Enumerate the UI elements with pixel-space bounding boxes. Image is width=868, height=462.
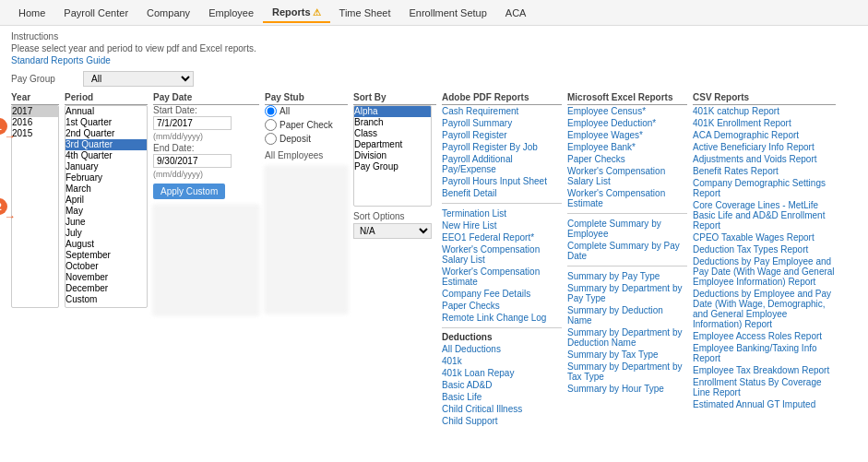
adobe-report-child-critical[interactable]: Child Critical Illness <box>442 403 562 415</box>
csv-report-401k-catchup[interactable]: 401K catchup Report <box>693 105 836 117</box>
excel-report-employee-bank[interactable]: Employee Bank* <box>567 141 687 153</box>
csv-report-company-demographic[interactable]: Company Demographic Settings Report <box>693 177 836 199</box>
instructions-text: Please select year and period to view pd… <box>11 43 857 53</box>
excel-column: Microsoft Excel Reports Employee Census*… <box>567 92 687 427</box>
adobe-report-eeo1[interactable]: EEO1 Federal Report* <box>442 231 562 243</box>
excel-report-wc-estimate[interactable]: Worker's Compensation Estimate <box>567 187 687 209</box>
excel-report-complete-summary-paydate[interactable]: Complete Summary by Pay Date <box>567 240 687 262</box>
annotation-arrow-1: → <box>4 129 16 143</box>
csv-report-employee-access-roles[interactable]: Employee Access Roles Report <box>693 330 836 342</box>
adobe-report-wc-estimate[interactable]: Worker's Compensation Estimate <box>442 266 562 288</box>
nav-reports[interactable]: Reports⚠ <box>263 3 330 23</box>
period-listbox[interactable]: Annual 1st Quarter 2nd Quarter 3rd Quart… <box>65 105 148 308</box>
excel-report-summary-dept-pay-type[interactable]: Summary by Department by Pay Type <box>567 282 687 304</box>
paystub-paper-radio[interactable] <box>265 119 277 131</box>
csv-report-employee-banking-taxing[interactable]: Employee Banking/Taxing Info Report <box>693 342 836 364</box>
nav-company[interactable]: Company <box>137 4 199 22</box>
all-employees-label: All Employees <box>265 150 348 160</box>
page-content: Instructions Please select year and peri… <box>0 26 868 432</box>
excel-report-summary-pay-type[interactable]: Summary by Pay Type <box>567 270 687 282</box>
nav-employee[interactable]: Employee <box>199 4 263 22</box>
csv-report-401k-enrollment[interactable]: 401K Enrollment Report <box>693 117 836 129</box>
paystub-paper-check: Paper Check <box>265 119 348 131</box>
pay-group-select[interactable]: All <box>83 71 194 87</box>
paydate-header: Pay Date <box>153 92 259 105</box>
standard-reports-guide-link[interactable]: Standard Reports Guide <box>11 55 857 65</box>
paystub-deposit-radio[interactable] <box>265 133 277 145</box>
excel-report-wc-salary[interactable]: Worker's Compensation Salary List <box>567 165 687 187</box>
adobe-report-cash-requirement[interactable]: Cash Requirement <box>442 105 562 117</box>
excel-report-paper-checks[interactable]: Paper Checks <box>567 153 687 165</box>
csv-report-core-coverage[interactable]: Core Coverage Lines - MetLife Basic Life… <box>693 199 836 231</box>
excel-report-summary-dept-tax-type[interactable]: Summary by Department by Tax Type <box>567 361 687 383</box>
pay-group-row: Pay Group All <box>11 71 857 87</box>
adobe-reports-list: Cash Requirement Payroll Summary Payroll… <box>442 105 562 427</box>
csv-report-benefit-rates[interactable]: Benefit Rates Report <box>693 165 836 177</box>
csv-report-estimated-annual-gt[interactable]: Estimated Annual GT Imputed <box>693 398 836 410</box>
adobe-header: Adobe PDF Reports <box>442 92 562 105</box>
nav-timesheet[interactable]: Time Sheet <box>330 4 400 22</box>
adobe-report-401k-loan[interactable]: 401k Loan Repay <box>442 367 562 379</box>
sortby-header: Sort By <box>353 92 436 105</box>
adobe-report-all-deductions[interactable]: All Deductions <box>442 343 562 355</box>
csv-report-adjustments-voids[interactable]: Adjustments and Voids Report <box>693 153 836 165</box>
apply-custom-button[interactable]: Apply Custom <box>153 184 225 199</box>
excel-reports-list: Employee Census* Employee Deduction* Emp… <box>567 105 687 395</box>
adobe-report-remote-link[interactable]: Remote Link Change Log <box>442 312 562 324</box>
csv-report-cpeo-taxable[interactable]: CPEO Taxable Wages Report <box>693 231 836 243</box>
csv-report-aca-demographic[interactable]: ACA Demographic Report <box>693 129 836 141</box>
csv-report-active-beneficiary[interactable]: Active Beneficiary Info Report <box>693 141 836 153</box>
csv-report-deduction-tax-types[interactable]: Deduction Tax Types Report <box>693 243 836 255</box>
excel-report-employee-deduction[interactable]: Employee Deduction* <box>567 117 687 129</box>
nav-aca[interactable]: ACA <box>496 4 536 22</box>
adobe-report-basic-add[interactable]: Basic AD&D <box>442 379 562 391</box>
adobe-report-company-fee[interactable]: Company Fee Details <box>442 288 562 300</box>
csv-column: CSV Reports 401K catchup Report 401K Enr… <box>693 92 836 427</box>
main-area: 1 → 2 → Year 2017 2016 2015 Period <box>11 92 857 427</box>
adobe-report-payroll-register[interactable]: Payroll Register <box>442 129 562 141</box>
end-date-input[interactable] <box>153 154 232 168</box>
csv-report-deductions-by-employee[interactable]: Deductions by Employee and Pay Date (Wit… <box>693 288 836 330</box>
alert-icon: ⚠ <box>313 7 321 18</box>
excel-report-complete-summary-employee[interactable]: Complete Summary by Employee <box>567 218 687 240</box>
adobe-report-termination-list[interactable]: Termination List <box>442 207 562 219</box>
excel-report-summary-deduction-name[interactable]: Summary by Deduction Name <box>567 304 687 326</box>
start-date-hint: (mm/dd/yyyy) <box>153 132 259 141</box>
start-date-input[interactable] <box>153 116 232 130</box>
adobe-report-wc-salary-list[interactable]: Worker's Compensation Salary List <box>442 243 562 266</box>
instructions-label: Instructions <box>11 31 857 41</box>
adobe-report-401k[interactable]: 401k <box>442 355 562 367</box>
paydate-column: Pay Date Start Date: (mm/dd/yyyy) End Da… <box>153 92 259 427</box>
csv-report-enrollment-status[interactable]: Enrollment Status By Coverage Line Repor… <box>693 376 836 398</box>
csv-report-deductions-by-pay-employee[interactable]: Deductions by Pay Employee and Pay Date … <box>693 255 836 288</box>
adobe-report-new-hire-list[interactable]: New Hire List <box>442 219 562 231</box>
nav-home[interactable]: Home <box>9 4 54 22</box>
adobe-report-payroll-summary[interactable]: Payroll Summary <box>442 117 562 129</box>
adobe-report-benefit-detail[interactable]: Benefit Detail <box>442 187 562 199</box>
adobe-report-additional-pay[interactable]: Payroll Additional Pay/Expense <box>442 153 562 175</box>
csv-report-employee-tax-breakdown[interactable]: Employee Tax Breakdown Report <box>693 364 836 376</box>
paystub-header: Pay Stub <box>265 92 348 105</box>
adobe-report-payroll-register-job[interactable]: Payroll Register By Job <box>442 141 562 153</box>
excel-report-summary-tax-type[interactable]: Summary by Tax Type <box>567 349 687 361</box>
adobe-report-child-support[interactable]: Child Support <box>442 415 562 427</box>
excel-report-summary-dept-deduction[interactable]: Summary by Department by Deduction Name <box>567 326 687 349</box>
sort-options-select[interactable]: N/A <box>353 223 432 239</box>
period-column: Period Annual 1st Quarter 2nd Quarter 3r… <box>65 92 148 427</box>
excel-report-employee-census[interactable]: Employee Census* <box>567 105 687 117</box>
year-listbox[interactable]: 2017 2016 2015 <box>11 105 59 308</box>
sortby-column: Sort By Alpha Branch Class Department Di… <box>353 92 436 427</box>
all-columns: Year 2017 2016 2015 Period Annual 1st Qu… <box>11 92 857 427</box>
excel-report-summary-hour-type[interactable]: Summary by Hour Type <box>567 383 687 395</box>
year-header: Year <box>11 92 59 105</box>
adobe-report-paper-checks[interactable]: Paper Checks <box>442 300 562 312</box>
blurred-paystub-content <box>265 166 348 314</box>
nav-enrollment-setup[interactable]: Enrollment Setup <box>399 4 495 22</box>
excel-report-employee-wages[interactable]: Employee Wages* <box>567 129 687 141</box>
adobe-report-hours-input[interactable]: Payroll Hours Input Sheet <box>442 175 562 187</box>
adobe-report-basic-life[interactable]: Basic Life <box>442 391 562 403</box>
end-date-hint: (mm/dd/yyyy) <box>153 170 259 179</box>
paystub-all-radio[interactable] <box>265 105 277 117</box>
sortby-listbox[interactable]: Alpha Branch Class Department Division P… <box>353 105 432 207</box>
nav-payroll-center[interactable]: Payroll Center <box>54 4 137 22</box>
